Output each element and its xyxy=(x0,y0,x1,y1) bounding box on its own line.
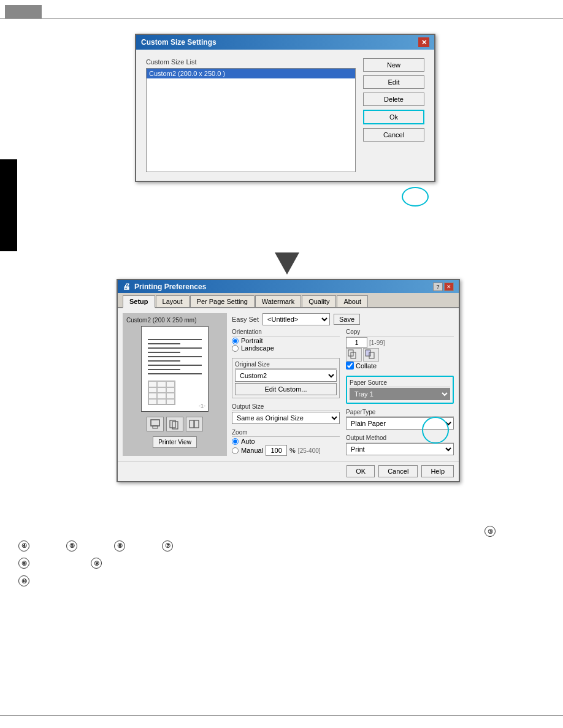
annotation-7-container: ⑦ xyxy=(162,539,173,552)
preview-panel: Custom2 (200 X 250 mm) xyxy=(123,313,227,456)
copy-section: Copy [1-99] xyxy=(346,328,454,370)
grid-cell-10 xyxy=(148,399,157,405)
tab-about[interactable]: About xyxy=(337,295,368,307)
zoom-value-input[interactable] xyxy=(266,445,287,456)
save-button[interactable]: Save xyxy=(334,314,360,325)
zoom-manual-label: Manual xyxy=(241,447,263,454)
svg-marker-0 xyxy=(275,252,299,275)
easy-set-combo[interactable]: <Untitled> xyxy=(262,313,330,325)
print-pref-title-left: 🖨 Printing Preferences xyxy=(123,282,206,291)
bottom-divider xyxy=(0,715,563,716)
custom-size-title: Custom Size Settings xyxy=(141,38,216,47)
paper-source-section: Paper Source Tray 1 xyxy=(346,376,454,404)
preview-line-3 xyxy=(148,347,202,349)
close-icon-button[interactable]: ✕ xyxy=(444,282,454,291)
copy-icons xyxy=(346,348,454,362)
top-divider xyxy=(0,18,563,19)
preview-label: Custom2 (200 X 250 mm) xyxy=(126,317,197,324)
print-preferences-dialog: 🖨 Printing Preferences ? ✕ Setup Layout … xyxy=(117,279,460,482)
grid-cell-4 xyxy=(148,387,157,393)
annotation-5-container: ⑤ xyxy=(66,539,77,552)
custom-size-listbox[interactable]: Custom2 (200.0 x 250.0 ) xyxy=(146,68,356,172)
preview-icon-2[interactable] xyxy=(166,417,183,431)
grid-cell-8 xyxy=(157,393,166,399)
copy-icon-2 xyxy=(363,348,379,362)
preview-icon-1[interactable] xyxy=(147,417,164,431)
landscape-radio[interactable] xyxy=(232,345,239,352)
paper-source-combo[interactable]: Tray 1 xyxy=(350,388,450,400)
svg-rect-5 xyxy=(190,420,194,428)
delete-button[interactable]: Delete xyxy=(363,93,424,106)
grid-cell-12 xyxy=(166,399,175,405)
zoom-range: [25-400] xyxy=(298,447,321,454)
help-icon-button[interactable]: ? xyxy=(433,282,443,291)
output-method-label: Output Method xyxy=(346,434,454,442)
output-method-combo[interactable]: Print xyxy=(346,443,454,455)
cancel-button[interactable]: Cancel xyxy=(363,128,424,142)
zoom-section: Zoom Auto Manual % [25-400] xyxy=(232,429,340,456)
printer-icon: 🖨 xyxy=(123,282,131,291)
grid-cell-6 xyxy=(166,387,175,393)
tab-watermark[interactable]: Watermark xyxy=(255,295,301,307)
custom-size-list-item[interactable]: Custom2 (200.0 x 250.0 ) xyxy=(147,69,355,78)
custom-size-title-bar: Custom Size Settings ✕ xyxy=(136,35,434,50)
paper-type-combo[interactable]: Plain Paper xyxy=(346,417,454,430)
zoom-percent: % xyxy=(289,447,296,454)
custom-size-close-button[interactable]: ✕ xyxy=(418,37,429,47)
portrait-radio[interactable] xyxy=(232,338,239,344)
annotation-row-3: ⑩ xyxy=(18,575,545,588)
output-size-label: Output Size xyxy=(232,403,340,411)
annotation-4-container: ④ xyxy=(18,539,29,552)
settings-right-col: Copy [1-99] xyxy=(346,328,454,456)
grid-cell-3 xyxy=(166,381,175,387)
arrow-down xyxy=(275,252,299,278)
preview-line-2 xyxy=(148,343,180,344)
preview-icon-3[interactable] xyxy=(186,417,203,431)
orientation-label: Orientation xyxy=(232,328,340,336)
grid-cell-7 xyxy=(148,393,157,399)
preview-line-1 xyxy=(148,339,202,340)
zoom-auto-radio[interactable] xyxy=(232,438,239,445)
copy-value-input[interactable] xyxy=(346,337,367,348)
original-size-label: Original Size xyxy=(235,361,337,369)
print-pref-title: Printing Preferences xyxy=(134,282,206,291)
top-bar xyxy=(5,5,42,18)
print-cancel-button[interactable]: Cancel xyxy=(378,465,418,477)
circle-8: ⑧ xyxy=(18,558,29,569)
edit-button[interactable]: Edit xyxy=(363,75,424,89)
zoom-manual-row: Manual % [25-400] xyxy=(232,445,340,456)
ok-button[interactable]: Ok xyxy=(363,110,424,124)
grid-cell-2 xyxy=(157,381,166,387)
print-pref-title-bar: 🖨 Printing Preferences ? ✕ xyxy=(118,280,459,293)
grid-cell-11 xyxy=(157,399,166,405)
annotation-row-2: ⑧ ⑨ xyxy=(18,557,545,570)
print-help-button[interactable]: Help xyxy=(421,465,454,477)
preview-line-6 xyxy=(148,360,180,362)
output-size-section: Output Size Same as Original Size xyxy=(232,403,340,424)
tab-setup[interactable]: Setup xyxy=(123,295,155,308)
edit-custom-button[interactable]: Edit Custom... xyxy=(235,383,337,395)
circle-4: ④ xyxy=(18,540,29,552)
tab-per-page-setting[interactable]: Per Page Setting xyxy=(190,295,255,307)
annotation-3: ③ xyxy=(484,526,496,537)
ok-circle-highlight xyxy=(402,187,429,207)
settings-two-col: Orientation Portrait Landscape Original … xyxy=(232,328,454,456)
preview-icons-row xyxy=(147,417,203,431)
circle-7: ⑦ xyxy=(162,540,173,552)
settings-left-col: Orientation Portrait Landscape Original … xyxy=(232,328,340,456)
new-button[interactable]: New xyxy=(363,58,424,72)
svg-rect-6 xyxy=(194,420,199,428)
print-pref-body: Custom2 (200 X 250 mm) xyxy=(118,308,459,461)
print-pref-footer: OK Cancel Help xyxy=(118,461,459,481)
print-ok-button[interactable]: OK xyxy=(347,465,375,477)
annotation-6-container: ⑥ xyxy=(114,539,125,552)
printer-view-button[interactable]: Printer View xyxy=(153,436,197,448)
original-size-combo[interactable]: Custom2 xyxy=(235,370,337,382)
tab-layout[interactable]: Layout xyxy=(156,295,190,307)
output-size-combo[interactable]: Same as Original Size xyxy=(232,412,340,424)
print-pref-tabs: Setup Layout Per Page Setting Watermark … xyxy=(118,293,459,308)
tab-quality[interactable]: Quality xyxy=(302,295,336,307)
settings-panel: Easy Set <Untitled> Save Orientation Por… xyxy=(232,313,454,456)
zoom-manual-radio[interactable] xyxy=(232,447,239,454)
collate-checkbox[interactable] xyxy=(346,362,354,370)
